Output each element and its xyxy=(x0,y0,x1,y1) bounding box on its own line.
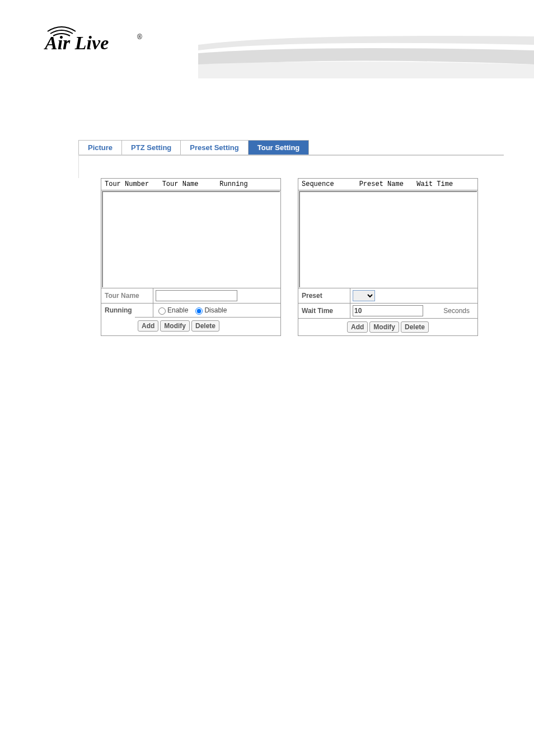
main-content: Picture PTZ Setting Preset Setting Tour … xyxy=(78,140,504,336)
disable-label: Disable xyxy=(204,306,227,314)
tab-preset-setting[interactable]: Preset Setting xyxy=(180,140,248,155)
preset-select[interactable] xyxy=(353,290,375,301)
wait-time-input[interactable] xyxy=(353,305,423,316)
wait-time-row: Wait Time Seconds xyxy=(298,303,477,318)
preset-label: Preset xyxy=(298,288,350,303)
wait-time-label: Wait Time xyxy=(298,304,350,318)
tab-tour-setting[interactable]: Tour Setting xyxy=(248,140,310,155)
logo-svg: Air Live ® xyxy=(42,21,148,55)
col-tour-name: Tour Name xyxy=(162,180,220,188)
spacer xyxy=(78,156,504,178)
tour-list-panel: Tour Number Tour Name Running Tour Name … xyxy=(101,178,281,336)
tour-name-row: Tour Name xyxy=(101,288,280,303)
sequence-header: Sequence Preset Name Wait Time xyxy=(298,179,477,190)
sequence-listbox[interactable] xyxy=(299,191,477,287)
tour-name-label: Tour Name xyxy=(101,288,153,303)
sequence-delete-button[interactable]: Delete xyxy=(401,321,429,333)
running-row: Running Enable Disable xyxy=(101,303,280,317)
tab-picture[interactable]: Picture xyxy=(78,140,122,155)
wait-time-suffix: Seconds xyxy=(443,307,470,315)
tour-delete-button[interactable]: Delete xyxy=(191,320,219,332)
preset-row: Preset xyxy=(298,288,477,303)
running-disable-radio[interactable] xyxy=(195,307,203,315)
col-preset-name: Preset Name xyxy=(359,180,417,188)
tour-modify-button[interactable]: Modify xyxy=(160,320,190,332)
tour-add-button[interactable]: Add xyxy=(138,320,158,332)
tab-ptz-setting[interactable]: PTZ Setting xyxy=(121,140,181,155)
svg-text:®: ® xyxy=(137,33,142,41)
col-wait-time: Wait Time xyxy=(416,180,474,188)
sequence-buttons: Add Modify Delete xyxy=(298,318,477,335)
running-label: Running xyxy=(101,304,153,317)
tour-list-header: Tour Number Tour Name Running xyxy=(101,179,280,190)
enable-label: Enable xyxy=(167,306,188,314)
running-enable-radio[interactable] xyxy=(158,307,166,315)
col-sequence: Sequence xyxy=(302,180,359,188)
tour-buttons: Add Modify Delete xyxy=(135,317,280,334)
panels-container: Tour Number Tour Name Running Tour Name … xyxy=(101,178,504,336)
sequence-modify-button[interactable]: Modify xyxy=(369,321,399,333)
tour-listbox[interactable] xyxy=(102,191,280,287)
tab-bar: Picture PTZ Setting Preset Setting Tour … xyxy=(78,140,504,156)
header-swoosh xyxy=(198,34,534,78)
svg-text:Air Live: Air Live xyxy=(44,32,109,53)
col-tour-number: Tour Number xyxy=(105,180,162,188)
tour-name-input[interactable] xyxy=(156,290,237,301)
airlive-logo: Air Live ® xyxy=(42,21,148,55)
col-running: Running xyxy=(219,180,277,188)
page-header: Air Live ® xyxy=(0,0,534,78)
sequence-add-button[interactable]: Add xyxy=(347,321,368,333)
sequence-panel: Sequence Preset Name Wait Time Preset Wa… xyxy=(298,178,478,336)
